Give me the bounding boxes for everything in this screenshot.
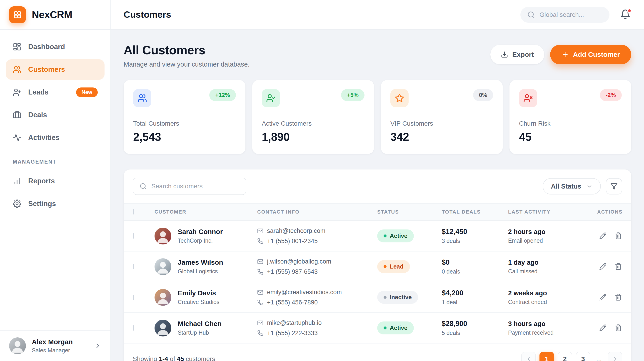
stat-label: Total Customers	[133, 120, 236, 127]
sidebar-nav: Dashboard Customers Le	[0, 30, 110, 330]
sidebar-item-settings[interactable]: Settings	[6, 194, 104, 214]
column-header-customer: Customer	[154, 209, 257, 215]
sidebar-item-activities[interactable]: Activities	[6, 128, 104, 148]
deals-count: 0 deals	[442, 268, 508, 275]
customer-name[interactable]: James Wilson	[178, 258, 223, 266]
customer-name[interactable]: Michael Chen	[178, 320, 222, 328]
customer-name[interactable]: Sarah Connor	[178, 228, 223, 236]
next-page-button[interactable]	[608, 352, 622, 361]
customer-phone: +1 (555) 001-2345	[267, 238, 318, 245]
delete-button[interactable]	[614, 232, 622, 240]
user-profile[interactable]: Alex Morgan Sales Manager	[0, 330, 110, 361]
funnel-icon	[610, 183, 618, 190]
page-ellipsis: ...	[594, 355, 604, 361]
table-row: Emily Davis Creative Studios emily@creat…	[124, 282, 631, 313]
customers-table-card: All Status Customer Contact I	[124, 170, 631, 361]
edit-button[interactable]	[599, 294, 607, 301]
customers-icon	[13, 65, 21, 74]
brand: NexCRM	[0, 0, 110, 30]
content: All Customers Manage and view your custo…	[111, 30, 644, 361]
page-button-2[interactable]: 2	[558, 352, 572, 361]
table-header-row: Customer Contact Info Status Total Deals…	[124, 203, 631, 221]
main-area: Customers All Customers Man	[111, 0, 644, 361]
sidebar-item-label: Dashboard	[28, 43, 65, 51]
row-checkbox[interactable]	[133, 233, 134, 238]
pagination: 1 2 3 ...	[521, 352, 622, 361]
prev-page-button[interactable]	[521, 352, 536, 361]
deals-count: 5 deals	[442, 330, 508, 336]
chevron-right-icon	[612, 356, 618, 361]
status-badge: Active	[377, 322, 414, 334]
row-checkbox[interactable]	[133, 295, 134, 300]
profile-name: Alex Morgan	[32, 338, 73, 346]
edit-button[interactable]	[599, 263, 607, 270]
briefcase-icon	[13, 111, 21, 119]
delete-button[interactable]	[614, 294, 622, 301]
activity-desc: Email opened	[508, 238, 597, 244]
table-toolbar: All Status	[124, 170, 631, 203]
delete-button[interactable]	[614, 263, 622, 270]
deals-value: $4,200	[442, 289, 508, 297]
showing-summary: Showing 1-4 of 45 customers	[133, 355, 215, 361]
customer-phone: +1 (555) 987-6543	[267, 268, 318, 275]
mail-icon	[257, 289, 263, 295]
notifications-button[interactable]	[620, 9, 631, 21]
activity-desc: Payment received	[508, 330, 597, 336]
customer-phone: +1 (555) 456-7890	[267, 299, 318, 306]
sidebar-item-reports[interactable]: Reports	[6, 171, 104, 191]
sidebar-item-label: Settings	[28, 200, 56, 208]
sidebar-item-leads[interactable]: Leads New	[6, 82, 104, 102]
column-header-last-activity: Last Activity	[508, 209, 597, 215]
export-label: Export	[512, 51, 534, 58]
trash-icon	[615, 263, 622, 270]
chevron-right-icon	[94, 342, 101, 350]
sidebar-item-label: Customers	[28, 66, 65, 74]
sidebar-item-deals[interactable]: Deals	[6, 105, 104, 125]
trend-badge: 0%	[473, 89, 493, 101]
trash-icon	[615, 324, 622, 332]
mail-icon	[257, 320, 263, 326]
trend-badge: +12%	[209, 89, 236, 101]
global-search-input[interactable]	[540, 11, 603, 18]
deals-value: $0	[442, 258, 508, 266]
phone-icon	[257, 330, 263, 336]
page-button-3[interactable]: 3	[576, 352, 590, 361]
stat-card-churn-risk: -2% Churn Risk 45	[510, 80, 631, 154]
brand-logo-icon	[9, 6, 26, 23]
deals-value: $12,450	[442, 228, 508, 236]
global-search	[520, 7, 610, 23]
table-row: Sarah Connor TechCorp Inc. sarah@techcor…	[124, 221, 631, 252]
export-button[interactable]: Export	[490, 45, 544, 64]
row-checkbox[interactable]	[133, 264, 134, 269]
row-checkbox[interactable]	[133, 325, 134, 330]
stat-card-active-customers: +5% Active Customers 1,890	[252, 80, 374, 154]
customers-search-input[interactable]	[151, 183, 240, 190]
showing-range: 1-4	[159, 355, 168, 361]
filter-button[interactable]	[606, 178, 622, 194]
deals-count: 1 deal	[442, 299, 508, 306]
edit-button[interactable]	[599, 232, 607, 240]
sidebar-item-dashboard[interactable]: Dashboard	[6, 36, 104, 57]
status-filter-dropdown[interactable]: All Status	[543, 178, 601, 194]
activity-time: 2 weeks ago	[508, 290, 597, 297]
mail-icon	[257, 228, 263, 234]
status-dot	[384, 326, 386, 330]
trash-icon	[615, 294, 622, 301]
sidebar-item-label: Leads	[28, 88, 49, 96]
page-button-1[interactable]: 1	[540, 352, 554, 361]
showing-total: 45	[177, 355, 184, 361]
chevron-down-icon	[586, 183, 593, 190]
app-window: NexCRM Dashboard Cu	[0, 0, 644, 361]
user-plus-icon	[13, 88, 21, 96]
sidebar-item-customers[interactable]: Customers	[6, 59, 104, 80]
status-dot	[384, 234, 386, 238]
column-header-actions: Actions	[597, 209, 623, 215]
activity-desc: Call missed	[508, 268, 597, 275]
select-all-checkbox[interactable]	[133, 209, 134, 214]
sidebar-section-management: Management	[13, 159, 104, 165]
delete-button[interactable]	[614, 324, 622, 332]
edit-button[interactable]	[599, 324, 607, 332]
new-badge: New	[76, 88, 98, 97]
customer-name[interactable]: Emily Davis	[178, 289, 219, 297]
add-customer-button[interactable]: Add Customer	[550, 45, 631, 64]
